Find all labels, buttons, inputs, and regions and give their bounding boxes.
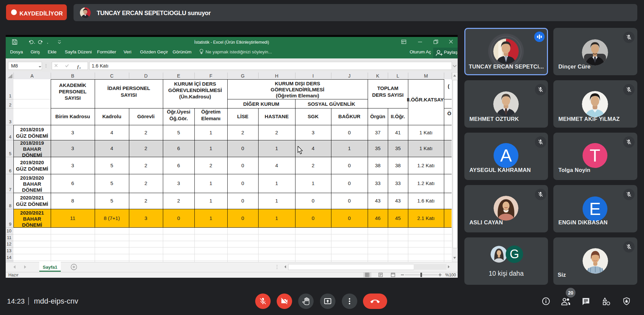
svg-text:0: 0 [241,215,244,221]
svg-text:TOPLAM: TOPLAM [377,85,398,91]
svg-text:D: D [144,73,147,79]
svg-text:41: 41 [395,130,401,135]
svg-text:1: 1 [348,145,351,151]
svg-text:0: 0 [241,163,244,168]
svg-text:4: 4 [312,145,314,151]
svg-text:İDARİ PERSONEL: İDARİ PERSONEL [107,85,150,91]
svg-text:L: L [397,73,399,79]
svg-text:KURUM DIŞI DERS: KURUM DIŞI DERS [275,81,320,86]
svg-text:1: 1 [210,198,212,204]
svg-text:5: 5 [110,180,113,186]
svg-text:5: 5 [9,151,11,156]
svg-text:F: F [210,73,213,79]
svg-text:45: 45 [395,215,401,221]
svg-text:0: 0 [241,180,244,186]
svg-text:2018/2019: 2018/2019 [20,127,44,132]
svg-text:GÜZ DÖNEMİ: GÜZ DÖNEMİ [16,166,48,172]
svg-text:HASTANE: HASTANE [265,114,288,119]
svg-text:1 Katı: 1 Katı [419,130,432,135]
svg-text:10: 10 [7,228,11,233]
svg-text:2: 2 [312,163,314,168]
svg-text:B: B [71,73,74,79]
svg-text:1: 1 [210,180,212,186]
svg-text:35: 35 [375,145,381,151]
svg-text:2020/2021: 2020/2021 [20,210,44,216]
svg-text:8 (7+1): 8 (7+1) [104,215,120,221]
svg-text:II.Öğr.: II.Öğr. [391,114,405,119]
svg-text:2: 2 [177,198,180,204]
svg-text:14: 14 [7,255,11,260]
svg-text:LİSE: LİSE [237,114,248,119]
svg-text:K: K [376,73,379,79]
svg-text:Birim Kadrosu: Birim Kadrosu [55,114,90,119]
svg-text:5: 5 [110,198,113,204]
svg-text:SAYISI: SAYISI [65,95,81,101]
svg-text:46: 46 [375,215,381,221]
svg-text:1: 1 [275,215,278,221]
svg-text:1 Katı: 1 Katı [419,145,432,151]
svg-text:2019/2020: 2019/2020 [20,160,44,165]
svg-text:C: C [110,73,113,79]
svg-text:0: 0 [241,198,244,204]
svg-text:2: 2 [144,145,147,151]
svg-text:3: 3 [312,130,314,135]
svg-text:Örgün: Örgün [370,114,385,119]
svg-text:DÖNEMİ: DÖNEMİ [22,222,42,228]
svg-text:Öğretim: Öğretim [201,109,221,115]
svg-text:(: ( [448,83,450,89]
svg-text:1: 1 [275,145,278,151]
svg-text:1.6 Katı: 1.6 Katı [92,63,108,69]
svg-text:3: 3 [71,163,74,168]
svg-text:Görevli: Görevli [137,114,155,119]
svg-text:SOSYAL GÜVENLİK: SOSYAL GÜVENLİK [308,101,355,107]
svg-text:2020/2021: 2020/2021 [20,195,44,200]
svg-text:DİĞER KURUM: DİĞER KURUM [243,101,279,107]
svg-text:0: 0 [348,198,351,204]
svg-text:0: 0 [177,215,180,221]
svg-text:KURUM İÇİ DERS: KURUM İÇİ DERS [174,81,216,87]
svg-text:2: 2 [241,130,244,135]
svg-text:2: 2 [144,198,147,204]
svg-text:8: 8 [9,203,11,208]
svg-text:DÖNEMİ: DÖNEMİ [22,187,42,193]
svg-text:5: 5 [177,130,180,135]
svg-text:1: 1 [275,180,278,186]
svg-text:7: 7 [9,187,11,192]
svg-text:E: E [177,73,180,79]
svg-text:4: 4 [110,130,113,135]
svg-text:AKADEMİK: AKADEMİK [59,82,86,88]
svg-text:43: 43 [375,198,381,204]
svg-text:1.2 Katı: 1.2 Katı [417,163,435,168]
svg-text:2: 2 [9,102,11,107]
svg-text:2: 2 [144,130,147,135]
svg-text:2: 2 [210,163,212,168]
svg-text:II.ÖĞR.KATSAYI: II.ÖĞR.KATSAYI [407,97,445,102]
svg-text:6: 6 [9,168,11,173]
svg-text:0: 0 [348,215,351,221]
svg-text:38: 38 [375,163,381,168]
svg-text:BAĞKUR: BAĞKUR [338,114,361,119]
svg-text:2019/2020: 2019/2020 [20,175,44,181]
svg-text:9: 9 [9,222,11,227]
svg-text:BAHAR: BAHAR [23,216,41,222]
svg-text:11: 11 [70,215,76,221]
svg-text:BAHAR: BAHAR [23,146,41,152]
svg-text:0: 0 [348,130,351,135]
svg-text:SAYISI: SAYISI [121,92,137,98]
svg-text:37: 37 [375,130,381,135]
svg-text:DERS SAYISI: DERS SAYISI [372,92,404,98]
svg-text:4: 4 [275,163,278,168]
svg-text:4: 4 [9,134,11,139]
svg-text:1: 1 [312,180,314,186]
svg-text:11: 11 [7,235,12,240]
svg-text:GÖREVLENDİRİLMESİ: GÖREVLENDİRİLMESİ [168,87,222,93]
svg-text:PERSONEL: PERSONEL [59,89,87,94]
svg-text:H: H [275,73,278,79]
svg-text:1: 1 [210,130,212,135]
svg-text:38: 38 [395,163,401,168]
svg-text:3: 3 [177,180,180,186]
svg-text:%100: %100 [445,273,456,277]
svg-text:0: 0 [348,163,351,168]
svg-text:(Öğretim Elemanı): (Öğretim Elemanı) [276,93,319,98]
svg-text:33: 33 [375,180,381,186]
